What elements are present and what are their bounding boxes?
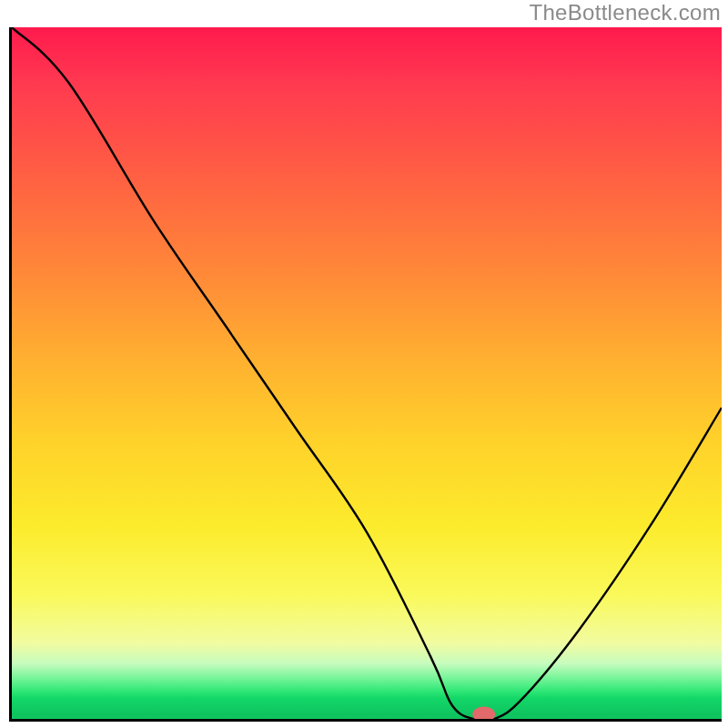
optimal-point-marker <box>472 707 495 719</box>
curve-overlay <box>12 27 722 719</box>
chart-container: TheBottleneck.com <box>0 0 728 728</box>
bottleneck-curve-line <box>12 27 722 719</box>
plot-area <box>9 27 722 722</box>
watermark-text: TheBottleneck.com <box>529 0 721 25</box>
